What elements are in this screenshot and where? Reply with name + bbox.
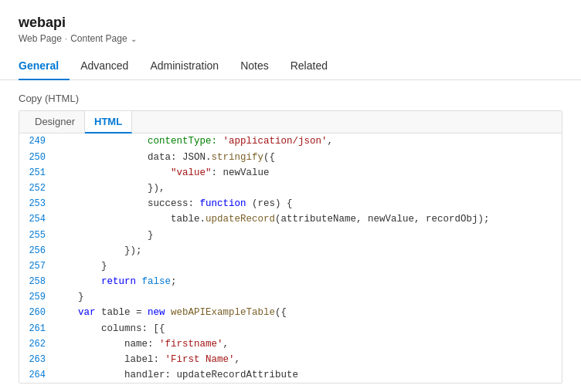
table-row: 255 } bbox=[19, 228, 562, 243]
table-row: 259 } bbox=[19, 289, 562, 305]
line-number: 258 bbox=[19, 275, 52, 289]
line-number: 255 bbox=[19, 228, 52, 243]
line-content: columns: [{ bbox=[52, 321, 562, 336]
table-row: 256 }); bbox=[19, 243, 562, 259]
tab-notes[interactable]: Notes bbox=[229, 52, 280, 79]
section-label: Copy (HTML) bbox=[19, 93, 562, 104]
table-row: 260 var table = new webAPIExampleTable({ bbox=[19, 305, 562, 320]
tab-general[interactable]: General bbox=[19, 52, 70, 79]
line-number: 262 bbox=[19, 337, 52, 352]
line-number: 251 bbox=[19, 166, 52, 181]
tab-bar: General Advanced Administration Notes Re… bbox=[0, 52, 581, 80]
line-number: 249 bbox=[19, 134, 52, 149]
page-title: webapi bbox=[19, 14, 562, 32]
line-number: 261 bbox=[19, 322, 52, 336]
line-number: 256 bbox=[19, 244, 52, 259]
line-number: 253 bbox=[19, 197, 52, 211]
line-content: } bbox=[52, 228, 562, 243]
line-number: 259 bbox=[19, 290, 52, 305]
table-row: 258 return false; bbox=[19, 274, 562, 289]
editor-tab-bar: Designer HTML bbox=[19, 111, 562, 133]
tab-related[interactable]: Related bbox=[280, 52, 338, 79]
line-content: var table = new webAPIExampleTable({ bbox=[52, 305, 562, 320]
table-row: 252 }), bbox=[19, 181, 562, 196]
line-number: 263 bbox=[19, 353, 52, 367]
line-content: contentType: 'application/json', bbox=[52, 133, 562, 149]
table-row: 249 contentType: 'application/json', bbox=[19, 133, 562, 149]
table-row: 262 name: 'firstname', bbox=[19, 336, 562, 352]
line-content: } bbox=[52, 289, 562, 305]
table-row: 250 data: JSON.stringify({ bbox=[19, 150, 562, 165]
breadcrumb: Web Page · Content Page ⌄ bbox=[19, 33, 562, 44]
table-row: 264 handler: updateRecordAttribute bbox=[19, 367, 562, 383]
line-content: return false; bbox=[52, 274, 562, 289]
line-number: 257 bbox=[19, 259, 52, 274]
editor-tab-designer[interactable]: Designer bbox=[25, 111, 85, 133]
breadcrumb-separator: · bbox=[65, 33, 67, 44]
line-number: 264 bbox=[19, 368, 52, 383]
line-content: "value": newValue bbox=[52, 165, 562, 181]
code-editor[interactable]: 249 contentType: 'application/json',250 … bbox=[19, 133, 562, 383]
chevron-down-icon: ⌄ bbox=[131, 35, 137, 43]
breadcrumb-part2: Content Page bbox=[70, 33, 127, 44]
table-row: 251 "value": newValue bbox=[19, 165, 562, 181]
breadcrumb-part1: Web Page bbox=[19, 33, 62, 44]
editor-container: Designer HTML 249 contentType: 'applicat… bbox=[19, 110, 562, 384]
page-header: webapi Web Page · Content Page ⌄ bbox=[0, 0, 581, 44]
line-number: 252 bbox=[19, 181, 52, 196]
table-row: 254 table.updateRecord(attributeName, ne… bbox=[19, 211, 562, 227]
line-content: }); bbox=[52, 243, 562, 259]
table-row: 263 label: 'First Name', bbox=[19, 352, 562, 367]
line-number: 250 bbox=[19, 150, 52, 165]
editor-tab-html[interactable]: HTML bbox=[85, 111, 132, 133]
line-number: 254 bbox=[19, 212, 52, 227]
tab-administration[interactable]: Administration bbox=[139, 52, 229, 79]
table-row: 261 columns: [{ bbox=[19, 321, 562, 336]
table-row: 257 } bbox=[19, 259, 562, 274]
line-content: } bbox=[52, 259, 562, 274]
line-content: name: 'firstname', bbox=[52, 336, 562, 352]
line-content: success: function (res) { bbox=[52, 196, 562, 211]
line-content: data: JSON.stringify({ bbox=[52, 150, 562, 165]
line-content: }), bbox=[52, 181, 562, 196]
line-content: table.updateRecord(attributeName, newVal… bbox=[52, 211, 562, 227]
line-number: 260 bbox=[19, 306, 52, 320]
table-row: 253 success: function (res) { bbox=[19, 196, 562, 211]
content-area: Copy (HTML) Designer HTML 249 contentTyp… bbox=[0, 80, 581, 392]
line-content: handler: updateRecordAttribute bbox=[52, 367, 562, 383]
line-content: label: 'First Name', bbox=[52, 352, 562, 367]
tab-advanced[interactable]: Advanced bbox=[70, 52, 139, 79]
